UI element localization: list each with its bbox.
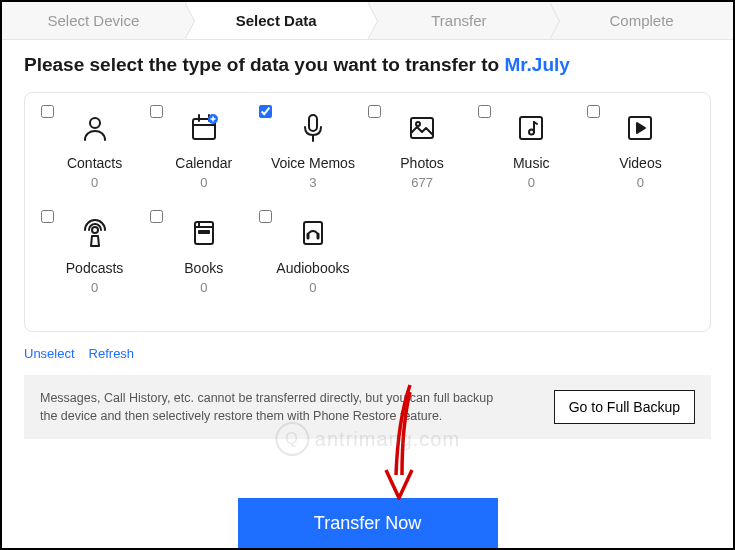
item-label: Podcasts	[66, 260, 124, 276]
item-label: Videos	[619, 155, 662, 171]
item-count: 0	[200, 175, 207, 190]
data-type-card: Contacts0Calendar0Voice Memos3Photos677M…	[24, 92, 711, 332]
checkbox-calendar[interactable]	[150, 105, 163, 118]
svg-point-0	[90, 118, 100, 128]
music-icon	[514, 111, 548, 145]
item-label: Photos	[400, 155, 444, 171]
videos-icon	[623, 111, 657, 145]
action-links: UnselectRefresh	[24, 346, 733, 361]
target-device: Mr.July	[504, 54, 569, 75]
svg-point-14	[92, 227, 98, 233]
checkbox-videos[interactable]	[587, 105, 600, 118]
calendar-icon	[187, 111, 221, 145]
checkbox-voice-memos[interactable]	[259, 105, 272, 118]
checkbox-books[interactable]	[150, 210, 163, 223]
step-transfer[interactable]: Transfer	[368, 2, 551, 39]
item-count: 0	[637, 175, 644, 190]
item-count: 0	[200, 280, 207, 295]
podcasts-icon	[78, 216, 112, 250]
checkbox-audiobooks[interactable]	[259, 210, 272, 223]
refresh-link[interactable]: Refresh	[89, 346, 135, 361]
data-item-music[interactable]: Music0	[482, 111, 581, 190]
checkbox-podcasts[interactable]	[41, 210, 54, 223]
item-count: 0	[309, 280, 316, 295]
transfer-now-button[interactable]: Transfer Now	[238, 498, 498, 548]
step-select-data: Select Data	[185, 2, 368, 39]
svg-rect-19	[304, 222, 322, 244]
data-item-contacts[interactable]: Contacts0	[45, 111, 144, 190]
item-count: 3	[309, 175, 316, 190]
svg-rect-8	[411, 118, 433, 138]
step-select-device[interactable]: Select Device	[2, 2, 185, 39]
photos-icon	[405, 111, 439, 145]
audiobooks-icon	[296, 216, 330, 250]
item-count: 0	[91, 280, 98, 295]
svg-rect-6	[309, 115, 317, 131]
item-label: Music	[513, 155, 550, 171]
item-count: 0	[528, 175, 535, 190]
item-count: 677	[411, 175, 433, 190]
notice-text: Messages, Call History, etc. cannot be t…	[40, 389, 510, 425]
data-type-grid: Contacts0Calendar0Voice Memos3Photos677M…	[45, 111, 690, 295]
data-item-audiobooks[interactable]: Audiobooks0	[263, 216, 362, 295]
data-item-photos[interactable]: Photos677	[372, 111, 471, 190]
svg-marker-13	[637, 123, 645, 133]
data-item-voice-memos[interactable]: Voice Memos3	[263, 111, 362, 190]
data-item-videos[interactable]: Videos0	[591, 111, 690, 190]
svg-point-9	[416, 122, 420, 126]
checkbox-contacts[interactable]	[41, 105, 54, 118]
svg-rect-18	[199, 231, 209, 233]
svg-rect-10	[520, 117, 542, 139]
wizard-steps: Select DeviceSelect DataTransferComplete	[2, 2, 733, 40]
svg-point-11	[529, 130, 534, 135]
unselect-link[interactable]: Unselect	[24, 346, 75, 361]
notice-bar: Messages, Call History, etc. cannot be t…	[24, 375, 711, 439]
item-label: Audiobooks	[276, 260, 349, 276]
page-title: Please select the type of data you want …	[24, 54, 711, 76]
item-label: Calendar	[175, 155, 232, 171]
data-item-calendar[interactable]: Calendar0	[154, 111, 253, 190]
prompt-text: Please select the type of data you want …	[24, 54, 504, 75]
checkbox-photos[interactable]	[368, 105, 381, 118]
data-item-podcasts[interactable]: Podcasts0	[45, 216, 144, 295]
item-label: Books	[184, 260, 223, 276]
step-complete[interactable]: Complete	[550, 2, 733, 39]
go-to-full-backup-button[interactable]: Go to Full Backup	[554, 390, 695, 424]
item-label: Voice Memos	[271, 155, 355, 171]
item-count: 0	[91, 175, 98, 190]
books-icon	[187, 216, 221, 250]
data-item-books[interactable]: Books0	[154, 216, 253, 295]
contacts-icon	[78, 111, 112, 145]
item-label: Contacts	[67, 155, 122, 171]
checkbox-music[interactable]	[478, 105, 491, 118]
voice-icon	[296, 111, 330, 145]
